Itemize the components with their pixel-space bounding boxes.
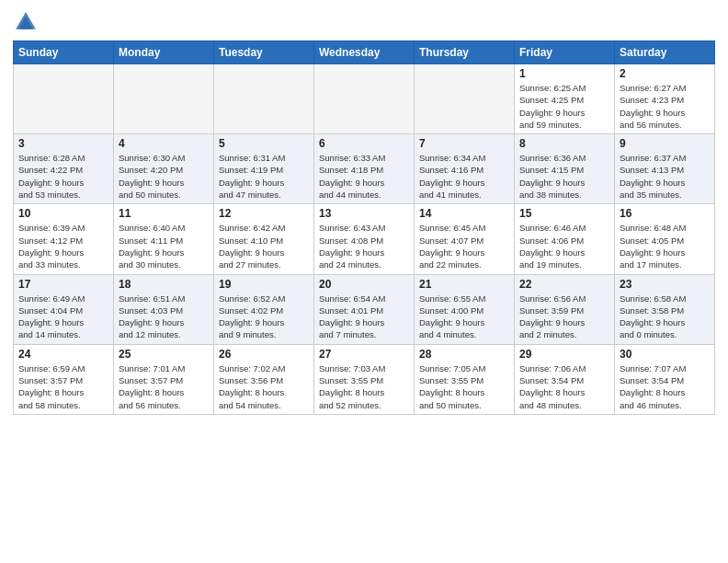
calendar-cell: 20Sunrise: 6:54 AM Sunset: 4:01 PM Dayli… <box>314 274 415 344</box>
calendar-cell <box>214 64 314 134</box>
calendar-cell: 3Sunrise: 6:28 AM Sunset: 4:22 PM Daylig… <box>14 134 114 204</box>
day-info: Sunrise: 6:43 AM Sunset: 4:08 PM Dayligh… <box>319 222 409 270</box>
calendar-cell: 7Sunrise: 6:34 AM Sunset: 4:16 PM Daylig… <box>415 134 515 204</box>
calendar-cell: 17Sunrise: 6:49 AM Sunset: 4:04 PM Dayli… <box>14 274 114 344</box>
day-info: Sunrise: 6:49 AM Sunset: 4:04 PM Dayligh… <box>18 293 108 341</box>
day-info: Sunrise: 7:03 AM Sunset: 3:55 PM Dayligh… <box>319 362 409 411</box>
calendar-cell: 9Sunrise: 6:37 AM Sunset: 4:13 PM Daylig… <box>615 134 715 204</box>
day-info: Sunrise: 7:07 AM Sunset: 3:54 PM Dayligh… <box>620 362 710 411</box>
day-info: Sunrise: 6:28 AM Sunset: 4:22 PM Dayligh… <box>18 152 108 201</box>
logo <box>13 9 42 35</box>
calendar-cell <box>14 64 114 134</box>
day-number: 10 <box>18 207 108 220</box>
day-info: Sunrise: 6:27 AM Sunset: 4:23 PM Dayligh… <box>620 82 710 131</box>
day-number: 11 <box>119 207 209 220</box>
day-info: Sunrise: 6:30 AM Sunset: 4:20 PM Dayligh… <box>119 152 209 201</box>
calendar-cell: 22Sunrise: 6:56 AM Sunset: 3:59 PM Dayli… <box>515 274 615 344</box>
calendar-cell: 28Sunrise: 7:05 AM Sunset: 3:55 PM Dayli… <box>415 344 515 414</box>
weekday-header-row: SundayMondayTuesdayWednesdayThursdayFrid… <box>14 41 715 64</box>
weekday-header-thursday: Thursday <box>415 41 515 64</box>
calendar-cell: 21Sunrise: 6:55 AM Sunset: 4:00 PM Dayli… <box>415 274 515 344</box>
svg-rect-2 <box>21 24 29 29</box>
day-info: Sunrise: 7:05 AM Sunset: 3:55 PM Dayligh… <box>419 362 509 411</box>
calendar-cell: 29Sunrise: 7:06 AM Sunset: 3:54 PM Dayli… <box>515 344 615 414</box>
day-number: 4 <box>119 137 209 150</box>
day-number: 8 <box>519 137 609 150</box>
calendar-week-2: 3Sunrise: 6:28 AM Sunset: 4:22 PM Daylig… <box>14 134 715 204</box>
weekday-header-friday: Friday <box>515 41 615 64</box>
calendar-cell: 16Sunrise: 6:48 AM Sunset: 4:05 PM Dayli… <box>615 204 715 274</box>
day-info: Sunrise: 6:46 AM Sunset: 4:06 PM Dayligh… <box>519 222 609 270</box>
weekday-header-monday: Monday <box>114 41 214 64</box>
day-info: Sunrise: 6:36 AM Sunset: 4:15 PM Dayligh… <box>519 152 609 201</box>
day-number: 30 <box>620 348 710 361</box>
calendar-header: SundayMondayTuesdayWednesdayThursdayFrid… <box>14 41 715 64</box>
calendar: SundayMondayTuesdayWednesdayThursdayFrid… <box>13 40 715 415</box>
day-number: 22 <box>519 278 609 291</box>
day-number: 20 <box>319 278 409 291</box>
calendar-cell: 15Sunrise: 6:46 AM Sunset: 4:06 PM Dayli… <box>515 204 615 274</box>
calendar-cell: 2Sunrise: 6:27 AM Sunset: 4:23 PM Daylig… <box>615 64 715 134</box>
calendar-week-4: 17Sunrise: 6:49 AM Sunset: 4:04 PM Dayli… <box>14 274 715 344</box>
day-number: 12 <box>219 207 309 220</box>
calendar-cell: 5Sunrise: 6:31 AM Sunset: 4:19 PM Daylig… <box>214 134 314 204</box>
calendar-cell: 11Sunrise: 6:40 AM Sunset: 4:11 PM Dayli… <box>114 204 214 274</box>
day-number: 24 <box>18 348 108 361</box>
day-info: Sunrise: 6:31 AM Sunset: 4:19 PM Dayligh… <box>219 152 309 201</box>
day-info: Sunrise: 6:45 AM Sunset: 4:07 PM Dayligh… <box>419 222 509 270</box>
day-number: 13 <box>319 207 409 220</box>
calendar-cell <box>415 64 515 134</box>
calendar-cell: 24Sunrise: 6:59 AM Sunset: 3:57 PM Dayli… <box>14 344 114 414</box>
day-number: 16 <box>620 207 710 220</box>
calendar-cell: 13Sunrise: 6:43 AM Sunset: 4:08 PM Dayli… <box>314 204 415 274</box>
weekday-header-wednesday: Wednesday <box>314 41 415 64</box>
day-number: 25 <box>119 348 209 361</box>
day-number: 1 <box>519 67 609 80</box>
calendar-cell: 23Sunrise: 6:58 AM Sunset: 3:58 PM Dayli… <box>615 274 715 344</box>
day-number: 18 <box>119 278 209 291</box>
page: SundayMondayTuesdayWednesdayThursdayFrid… <box>0 0 728 563</box>
calendar-cell: 8Sunrise: 6:36 AM Sunset: 4:15 PM Daylig… <box>515 134 615 204</box>
day-info: Sunrise: 6:33 AM Sunset: 4:18 PM Dayligh… <box>319 152 409 201</box>
day-info: Sunrise: 6:40 AM Sunset: 4:11 PM Dayligh… <box>119 222 209 270</box>
day-number: 23 <box>620 278 710 291</box>
calendar-cell: 26Sunrise: 7:02 AM Sunset: 3:56 PM Dayli… <box>214 344 314 414</box>
weekday-header-saturday: Saturday <box>615 41 715 64</box>
calendar-cell: 25Sunrise: 7:01 AM Sunset: 3:57 PM Dayli… <box>114 344 214 414</box>
day-number: 14 <box>419 207 509 220</box>
calendar-cell: 18Sunrise: 6:51 AM Sunset: 4:03 PM Dayli… <box>114 274 214 344</box>
day-info: Sunrise: 7:06 AM Sunset: 3:54 PM Dayligh… <box>519 362 609 411</box>
calendar-cell: 12Sunrise: 6:42 AM Sunset: 4:10 PM Dayli… <box>214 204 314 274</box>
day-number: 28 <box>419 348 509 361</box>
day-number: 26 <box>219 348 309 361</box>
day-info: Sunrise: 6:51 AM Sunset: 4:03 PM Dayligh… <box>119 293 209 341</box>
calendar-body: 1Sunrise: 6:25 AM Sunset: 4:25 PM Daylig… <box>14 64 715 415</box>
calendar-week-5: 24Sunrise: 6:59 AM Sunset: 3:57 PM Dayli… <box>14 344 715 414</box>
day-number: 29 <box>519 348 609 361</box>
day-info: Sunrise: 6:56 AM Sunset: 3:59 PM Dayligh… <box>519 293 609 341</box>
logo-icon <box>13 9 39 35</box>
day-info: Sunrise: 7:02 AM Sunset: 3:56 PM Dayligh… <box>219 362 309 411</box>
day-number: 15 <box>519 207 609 220</box>
calendar-week-1: 1Sunrise: 6:25 AM Sunset: 4:25 PM Daylig… <box>14 64 715 134</box>
day-info: Sunrise: 6:34 AM Sunset: 4:16 PM Dayligh… <box>419 152 509 201</box>
calendar-cell: 27Sunrise: 7:03 AM Sunset: 3:55 PM Dayli… <box>314 344 415 414</box>
day-info: Sunrise: 6:55 AM Sunset: 4:00 PM Dayligh… <box>419 293 509 341</box>
calendar-cell <box>114 64 214 134</box>
day-number: 19 <box>219 278 309 291</box>
calendar-cell: 14Sunrise: 6:45 AM Sunset: 4:07 PM Dayli… <box>415 204 515 274</box>
day-number: 3 <box>18 137 108 150</box>
day-number: 17 <box>18 278 108 291</box>
header <box>13 9 715 35</box>
day-number: 7 <box>419 137 509 150</box>
day-info: Sunrise: 6:25 AM Sunset: 4:25 PM Dayligh… <box>519 82 609 131</box>
calendar-week-3: 10Sunrise: 6:39 AM Sunset: 4:12 PM Dayli… <box>14 204 715 274</box>
day-number: 2 <box>620 67 710 80</box>
day-info: Sunrise: 6:58 AM Sunset: 3:58 PM Dayligh… <box>620 293 710 341</box>
weekday-header-sunday: Sunday <box>14 41 114 64</box>
calendar-cell: 1Sunrise: 6:25 AM Sunset: 4:25 PM Daylig… <box>515 64 615 134</box>
day-number: 5 <box>219 137 309 150</box>
day-info: Sunrise: 6:54 AM Sunset: 4:01 PM Dayligh… <box>319 293 409 341</box>
calendar-cell: 10Sunrise: 6:39 AM Sunset: 4:12 PM Dayli… <box>14 204 114 274</box>
day-info: Sunrise: 6:52 AM Sunset: 4:02 PM Dayligh… <box>219 293 309 341</box>
